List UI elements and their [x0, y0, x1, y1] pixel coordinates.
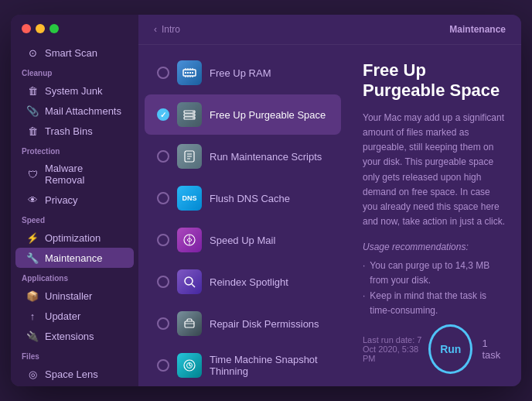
files-section-label: Files [11, 346, 138, 364]
task-label-free-up-ram: Free Up RAM [210, 67, 271, 79]
svg-rect-2 [187, 72, 189, 74]
task-icon-timemachine [177, 353, 202, 378]
run-button[interactable]: Run [428, 324, 472, 374]
svg-point-25 [185, 277, 193, 285]
sidebar-item-updater[interactable]: ↑ Updater [15, 306, 134, 326]
detail-panel: Free Up Purgeable Space Your Mac may add… [347, 45, 521, 386]
minimize-button[interactable] [36, 24, 45, 33]
task-icon-script [177, 144, 202, 169]
task-icon-spotlight [177, 269, 202, 294]
svg-rect-1 [185, 72, 186, 74]
sidebar-item-optimization[interactable]: ⚡ Optimization [15, 228, 134, 248]
app-window: ⊙ Smart Scan Cleanup 🗑 System Junk 📎 Mai… [11, 15, 521, 386]
sidebar-item-malware-removal[interactable]: 🛡 Malware Removal [15, 159, 134, 190]
task-item-speed-up-mail[interactable]: Speed Up Mail [145, 220, 341, 260]
task-icon-disk [177, 311, 202, 336]
task-item-reindex-spotlight[interactable]: Reindex Spotlight [145, 262, 341, 302]
task-label-reindex-spotlight: Reindex Spotlight [210, 276, 288, 288]
task-radio-time-machine-snapshot[interactable] [157, 359, 169, 372]
updater-icon: ↑ [26, 310, 39, 322]
svg-point-16 [193, 111, 194, 113]
task-icon-mail [177, 228, 202, 252]
main-content-area: ‹ Intro Maintenance [138, 15, 521, 386]
main-body: Free Up RAM Free Up Pu [138, 45, 521, 386]
svg-rect-4 [192, 72, 193, 74]
task-radio-reindex-spotlight[interactable] [157, 276, 169, 288]
run-area: Run 1 task [428, 324, 506, 374]
detail-description: Your Mac may add up a significant amount… [363, 111, 506, 230]
svg-rect-3 [189, 72, 191, 74]
task-radio-speed-up-mail[interactable] [157, 234, 169, 246]
svg-point-18 [193, 118, 194, 119]
task-label-repair-disk-permissions: Repair Disk Permissions [210, 318, 319, 330]
maintenance-icon: 🔧 [26, 252, 39, 264]
task-icon-storage [177, 102, 202, 127]
svg-point-17 [193, 115, 194, 116]
optimization-icon: ⚡ [26, 231, 39, 244]
system-junk-icon: 🗑 [26, 84, 39, 97]
breadcrumb-separator: Maintenance [449, 24, 506, 35]
space-lens-icon: ◎ [26, 368, 39, 380]
task-count: 1 task [482, 338, 506, 361]
sidebar-item-maintenance[interactable]: 🔧 Maintenance [15, 248, 134, 268]
sidebar-item-smart-scan[interactable]: ⊙ Smart Scan [15, 43, 134, 63]
task-label-free-up-purgeable: Free Up Purgeable Space [210, 109, 326, 121]
task-label-speed-up-mail: Speed Up Mail [210, 235, 275, 246]
mail-attachments-icon: 📎 [26, 105, 39, 117]
task-label-run-maintenance-scripts: Run Maintenance Scripts [210, 151, 322, 163]
breadcrumb: ‹ Intro Maintenance [138, 15, 521, 45]
task-item-free-up-purgeable[interactable]: Free Up Purgeable Space [145, 94, 341, 135]
sidebar-item-system-junk[interactable]: 🗑 System Junk [15, 81, 134, 101]
task-radio-flush-dns-cache[interactable] [157, 192, 169, 204]
trash-bins-icon: 🗑 [26, 125, 39, 137]
sidebar-item-large-old-files[interactable]: 📁 Large & Old Files [15, 384, 134, 386]
sidebar-item-privacy[interactable]: 👁 Privacy [15, 190, 134, 210]
sidebar: ⊙ Smart Scan Cleanup 🗑 System Junk 📎 Mai… [11, 15, 138, 386]
task-icon-ram [177, 60, 202, 85]
sidebar-item-uninstaller[interactable]: 📦 Uninstaller [15, 286, 134, 306]
detail-title: Free Up Purgeable Space [363, 60, 506, 101]
usage-label: Usage recommendations: [363, 242, 506, 252]
close-button[interactable] [22, 24, 31, 33]
maximize-button[interactable] [49, 24, 59, 33]
usage-list: You can purge up to 14,3 MB from your di… [363, 259, 506, 318]
usage-item-2: Keep in mind that the task is time-consu… [363, 289, 506, 318]
task-item-free-up-ram[interactable]: Free Up RAM [145, 53, 341, 93]
svg-rect-27 [185, 321, 194, 327]
detail-footer: Last run date: 7 Oct 2020, 5:38 PM Run 1… [363, 318, 506, 374]
sidebar-item-trash-bins[interactable]: 🗑 Trash Bins [15, 121, 134, 141]
uninstaller-icon: 📦 [26, 290, 39, 302]
task-label-time-machine-snapshot: Time Machine Snapshot Thinning [210, 354, 329, 377]
sidebar-item-extensions[interactable]: 🔌 Extensions [15, 326, 134, 346]
svg-line-32 [189, 365, 191, 366]
sidebar-item-mail-attachments[interactable]: 📎 Mail Attachments [15, 101, 134, 121]
applications-section-label: Applications [11, 268, 138, 286]
extensions-icon: 🔌 [26, 330, 39, 342]
task-radio-free-up-purgeable[interactable] [157, 108, 169, 121]
last-run-date: Last run date: 7 Oct 2020, 5:38 PM [363, 335, 428, 363]
task-radio-free-up-ram[interactable] [157, 67, 169, 79]
usage-item-1: You can purge up to 14,3 MB from your di… [363, 259, 506, 288]
svg-line-26 [192, 284, 195, 287]
traffic-lights [11, 24, 138, 43]
protection-section-label: Protection [11, 141, 138, 159]
task-item-time-machine-snapshot[interactable]: Time Machine Snapshot Thinning [145, 345, 341, 386]
task-radio-repair-disk-permissions[interactable] [157, 317, 169, 330]
task-item-repair-disk-permissions[interactable]: Repair Disk Permissions [145, 303, 341, 344]
malware-removal-icon: 🛡 [26, 168, 39, 180]
task-item-run-maintenance-scripts[interactable]: Run Maintenance Scripts [145, 136, 341, 177]
cleanup-section-label: Cleanup [11, 63, 138, 81]
task-icon-dns: DNS [177, 186, 202, 211]
task-list: Free Up RAM Free Up Pu [138, 45, 347, 386]
back-chevron-icon[interactable]: ‹ [154, 24, 157, 35]
task-radio-run-maintenance-scripts[interactable] [157, 150, 169, 163]
smartscan-icon: ⊙ [26, 46, 39, 59]
speed-section-label: Speed [11, 210, 138, 228]
privacy-icon: 👁 [26, 194, 39, 206]
sidebar-item-space-lens[interactable]: ◎ Space Lens [15, 364, 134, 384]
task-label-flush-dns-cache: Flush DNS Cache [210, 193, 290, 204]
breadcrumb-back[interactable]: Intro [162, 24, 180, 35]
task-item-flush-dns-cache[interactable]: DNS Flush DNS Cache [145, 178, 341, 218]
